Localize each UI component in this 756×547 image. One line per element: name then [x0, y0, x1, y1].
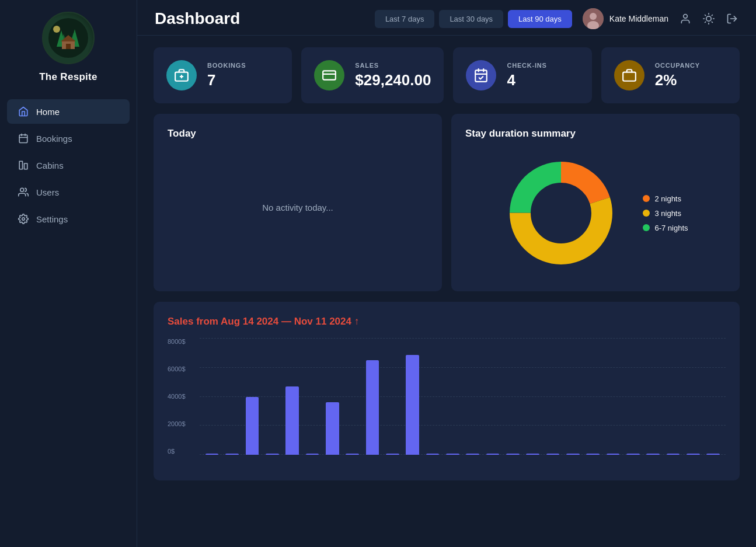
- bar-group: [544, 454, 562, 455]
- svg-point-45: [531, 183, 591, 243]
- bar-group: [423, 454, 442, 455]
- bar: [486, 454, 500, 455]
- bar-group: [664, 454, 682, 455]
- legend-2nights: 2 nights: [643, 194, 688, 203]
- svg-line-25: [712, 22, 712, 22]
- bar: [566, 454, 580, 455]
- filter-7days[interactable]: Last 7 days: [375, 10, 435, 28]
- bar-group: [343, 454, 361, 455]
- donut-chart: [503, 155, 619, 271]
- bookings-icon-circle: [166, 60, 197, 90]
- sales-trend-icon: ↑: [351, 316, 359, 327]
- bar: [607, 454, 620, 455]
- stat-card-sales: SALES $29,240.00: [301, 47, 444, 103]
- bar-group: [563, 454, 582, 455]
- donut-area: 2 nights 3 nights 6-7 nights: [465, 149, 726, 277]
- svg-line-24: [705, 15, 706, 16]
- stay-duration-panel: Stay duration summary: [451, 114, 740, 291]
- svg-rect-13: [19, 161, 22, 169]
- bar: [406, 355, 419, 455]
- svg-point-21: [706, 16, 711, 21]
- sales-chart-title: Sales from Aug 14 2024 — Nov 11 2024 ↑: [168, 316, 726, 327]
- main-content: Dashboard Last 7 days Last 30 days Last …: [137, 0, 756, 547]
- bar: [266, 454, 279, 455]
- bar: [526, 454, 539, 455]
- bar: [285, 386, 299, 455]
- bar: [626, 454, 640, 455]
- bar-group: [524, 454, 542, 455]
- bar: [546, 454, 560, 455]
- y-label-0: 0$: [168, 448, 186, 455]
- legend-dot-2nights: [643, 195, 650, 202]
- sidebar-item-users[interactable]: Users: [7, 180, 130, 204]
- sidebar-logo: [42, 12, 95, 64]
- svg-rect-40: [623, 72, 636, 81]
- filter-30days[interactable]: Last 30 days: [439, 10, 503, 28]
- filter-90days[interactable]: Last 90 days: [508, 10, 572, 28]
- bar-group: [222, 454, 241, 455]
- bar-group: [463, 454, 482, 455]
- no-activity-message: No activity today...: [168, 149, 428, 266]
- bar: [646, 454, 660, 455]
- bar: [225, 454, 239, 455]
- sales-title-text: Sales from Aug 14 2024 — Nov 11 2024: [168, 316, 351, 327]
- sidebar-item-home-label: Home: [36, 107, 60, 117]
- bar-group: [243, 397, 262, 455]
- y-label-6000: 6000$: [168, 365, 186, 372]
- sales-icon-circle: [314, 60, 344, 90]
- logout-icon[interactable]: [726, 12, 738, 25]
- sidebar-item-cabins[interactable]: Cabins: [7, 153, 130, 177]
- stat-info-checkins: CHECK-INS 4: [507, 62, 546, 89]
- legend-67nights: 6-7 nights: [643, 224, 688, 232]
- svg-line-28: [705, 22, 706, 22]
- stat-cards: BOOKINGS 7 SALES $29,240.00: [154, 47, 740, 103]
- sidebar-title: The Respite: [39, 71, 97, 83]
- user-info: Kate Middleman: [583, 8, 668, 29]
- sidebar-item-home[interactable]: Home: [7, 99, 130, 124]
- sidebar-item-settings[interactable]: Settings: [7, 207, 130, 231]
- svg-point-20: [684, 15, 688, 19]
- checkins-label: CHECK-INS: [507, 62, 546, 69]
- bar: [246, 397, 259, 455]
- svg-point-15: [20, 188, 24, 191]
- bar: [446, 454, 459, 455]
- legend-dot-67nights: [643, 224, 650, 231]
- bookings-label: BOOKINGS: [207, 62, 246, 69]
- bars-container: [200, 338, 726, 455]
- checkins-icon-circle: [466, 60, 496, 90]
- date-filters: Last 7 days Last 30 days Last 90 days: [375, 10, 572, 28]
- bar: [205, 454, 219, 455]
- y-label-4000: 4000$: [168, 393, 186, 400]
- user-name: Kate Middleman: [609, 14, 668, 23]
- sidebar-item-users-label: Users: [36, 187, 59, 197]
- users-icon: [18, 186, 29, 198]
- stat-info-occupancy: OCCUPANCY 2%: [655, 62, 700, 89]
- bar: [346, 454, 359, 455]
- sidebar-item-bookings-label: Bookings: [36, 134, 72, 144]
- stat-card-occupancy: OCCUPANCY 2%: [601, 47, 740, 103]
- donut-legend: 2 nights 3 nights 6-7 nights: [643, 194, 688, 232]
- sun-icon[interactable]: [702, 12, 715, 25]
- legend-dot-3nights: [643, 210, 650, 217]
- bar: [506, 454, 520, 455]
- checkins-value: 4: [507, 71, 546, 89]
- topbar-right: Last 7 days Last 30 days Last 90 days Ka…: [375, 8, 738, 29]
- profile-icon[interactable]: [679, 12, 692, 25]
- stat-card-checkins: CHECK-INS 4: [453, 47, 591, 103]
- chart-area: 0$ 2000$ 4000$ 6000$ 8000$: [168, 338, 726, 466]
- bar: [687, 454, 700, 455]
- occupancy-label: OCCUPANCY: [655, 62, 700, 69]
- bar-chart-icon: [18, 159, 29, 171]
- calendar-icon: [18, 133, 29, 144]
- bar-group: [623, 454, 642, 455]
- bar-group: [443, 454, 462, 455]
- y-label-8000: 8000$: [168, 338, 186, 345]
- stat-info-sales: SALES $29,240.00: [355, 62, 431, 89]
- bar-group: [604, 454, 622, 455]
- sales-panel: Sales from Aug 14 2024 — Nov 11 2024 ↑ 0…: [154, 302, 740, 480]
- bar-group: [704, 454, 723, 455]
- svg-rect-36: [476, 70, 487, 81]
- legend-3nights: 3 nights: [643, 209, 688, 218]
- sidebar-item-bookings[interactable]: Bookings: [7, 126, 130, 151]
- sidebar-item-settings-label: Settings: [36, 214, 68, 224]
